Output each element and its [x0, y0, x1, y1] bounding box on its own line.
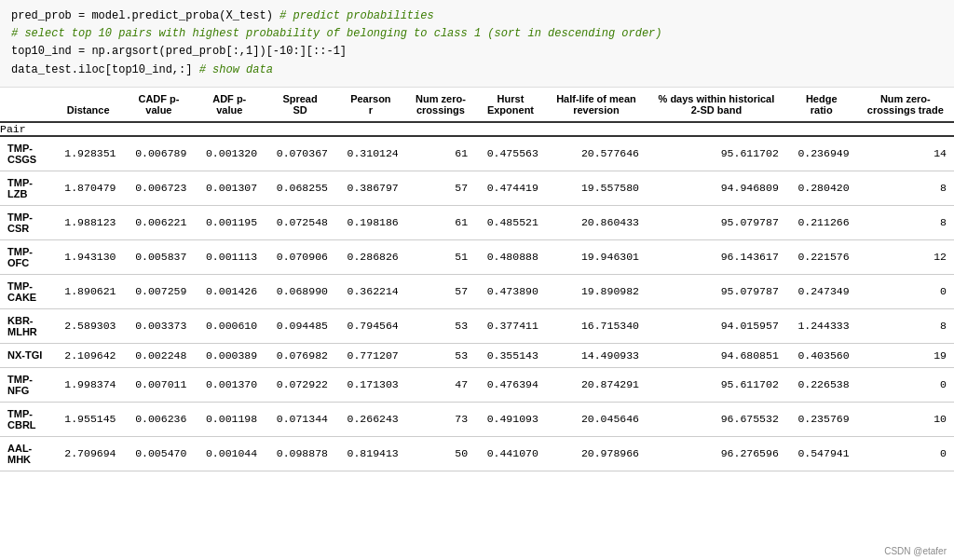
cell-pair: TMP-CSGS — [0, 136, 53, 171]
cell-distance: 1.870479 — [53, 171, 124, 205]
cell-hedge_ratio: 0.226538 — [786, 367, 857, 402]
cell-distance: 2.589303 — [53, 308, 124, 343]
col-adf: ADF p-value — [194, 88, 265, 122]
cell-cadf_pvalue: 0.007011 — [124, 367, 195, 402]
cell-halflife_mean_reversion: 19.946301 — [546, 239, 647, 274]
cell-spread_sd: 0.098878 — [265, 436, 335, 471]
cell-spread_sd: 0.076982 — [265, 343, 335, 367]
cell-pct_days_historical: 96.276596 — [647, 436, 786, 471]
cell-hurst_exponent: 0.475563 — [475, 136, 546, 171]
cell-num_zero_crossings: 51 — [406, 239, 475, 274]
cell-pair: TMP-CAKE — [0, 274, 53, 308]
cell-adf_pvalue: 0.001198 — [194, 402, 265, 436]
cell-halflife_mean_reversion: 14.490933 — [546, 343, 647, 367]
cell-num_zero_crossings_trade: 8 — [857, 171, 954, 205]
table-row: TMP-CAKE1.8906210.0072590.0014260.068990… — [0, 274, 954, 308]
cell-pearson_r: 0.794564 — [335, 308, 406, 343]
cell-hurst_exponent: 0.473890 — [475, 274, 546, 308]
pair-sublabel: Pair — [0, 122, 53, 136]
cell-spread_sd: 0.068990 — [265, 274, 335, 308]
cell-hurst_exponent: 0.485521 — [475, 205, 546, 239]
cell-cadf_pvalue: 0.005470 — [124, 436, 195, 471]
table-row: KBR-MLHR2.5893030.0033730.0006100.094485… — [0, 308, 954, 343]
cell-spread_sd: 0.072922 — [265, 367, 335, 402]
cell-distance: 1.943130 — [53, 239, 124, 274]
cell-hurst_exponent: 0.491093 — [475, 402, 546, 436]
cell-num_zero_crossings: 50 — [406, 436, 475, 471]
col-halflife: Half-life of meanreversion — [546, 88, 647, 122]
table-row: AAL-MHK2.7096940.0054700.0010440.0988780… — [0, 436, 954, 471]
cell-adf_pvalue: 0.000610 — [194, 308, 265, 343]
cell-adf_pvalue: 0.001195 — [194, 205, 265, 239]
table-row: TMP-NFG1.9983740.0070110.0013700.0729220… — [0, 367, 954, 402]
cell-num_zero_crossings: 73 — [406, 402, 475, 436]
table-row: TMP-CSGS1.9283510.0067890.0013200.070367… — [0, 136, 954, 171]
col-zero-cross: Num zero-crossings — [406, 88, 475, 122]
header-row: Distance CADF p-value ADF p-value Spread… — [0, 88, 954, 122]
cell-adf_pvalue: 0.000389 — [194, 343, 265, 367]
cell-hurst_exponent: 0.441070 — [475, 436, 546, 471]
cell-num_zero_crossings_trade: 12 — [857, 239, 954, 274]
table-body: TMP-CSGS1.9283510.0067890.0013200.070367… — [0, 136, 954, 471]
cell-num_zero_crossings_trade: 8 — [857, 205, 954, 239]
cell-pct_days_historical: 94.015957 — [647, 308, 786, 343]
cell-num_zero_crossings_trade: 8 — [857, 308, 954, 343]
cell-hurst_exponent: 0.480888 — [475, 239, 546, 274]
cell-num_zero_crossings: 53 — [406, 343, 475, 367]
col-spread: SpreadSD — [265, 88, 335, 122]
cell-halflife_mean_reversion: 20.874291 — [546, 367, 647, 402]
col-distance: Distance — [53, 88, 124, 122]
cell-pearson_r: 0.310124 — [335, 136, 406, 171]
table-row: TMP-LZB1.8704790.0067230.0013070.0682550… — [0, 171, 954, 205]
cell-adf_pvalue: 0.001320 — [194, 136, 265, 171]
cell-hedge_ratio: 1.244333 — [786, 308, 857, 343]
cell-halflife_mean_reversion: 19.557580 — [546, 171, 647, 205]
cell-hurst_exponent: 0.474419 — [475, 171, 546, 205]
cell-pearson_r: 0.362214 — [335, 274, 406, 308]
cell-adf_pvalue: 0.001370 — [194, 367, 265, 402]
data-table: Distance CADF p-value ADF p-value Spread… — [0, 88, 954, 471]
cell-cadf_pvalue: 0.005837 — [124, 239, 195, 274]
cell-num_zero_crossings: 61 — [406, 205, 475, 239]
cell-pearson_r: 0.286826 — [335, 239, 406, 274]
cell-halflife_mean_reversion: 20.045646 — [546, 402, 647, 436]
col-pct-days: % days within historical2-SD band — [647, 88, 786, 122]
cell-distance: 2.109642 — [53, 343, 124, 367]
col-pair — [0, 88, 53, 122]
cell-halflife_mean_reversion: 20.860433 — [546, 205, 647, 239]
col-cadf: CADF p-value — [124, 88, 195, 122]
col-hurst: HurstExponent — [475, 88, 546, 122]
cell-pct_days_historical: 95.079787 — [647, 274, 786, 308]
table-row: TMP-CSR1.9881230.0062210.0011950.0725480… — [0, 205, 954, 239]
cell-hedge_ratio: 0.247349 — [786, 274, 857, 308]
cell-adf_pvalue: 0.001426 — [194, 274, 265, 308]
col-pearson: Pearsonr — [335, 88, 406, 122]
cell-pearson_r: 0.819413 — [335, 436, 406, 471]
cell-cadf_pvalue: 0.006236 — [124, 402, 195, 436]
table-row: TMP-CBRL1.9551450.0062360.0011980.071344… — [0, 402, 954, 436]
cell-num_zero_crossings: 57 — [406, 171, 475, 205]
cell-spread_sd: 0.094485 — [265, 308, 335, 343]
cell-pearson_r: 0.386797 — [335, 171, 406, 205]
cell-pearson_r: 0.198186 — [335, 205, 406, 239]
cell-num_zero_crossings_trade: 0 — [857, 436, 954, 471]
cell-hedge_ratio: 0.236949 — [786, 136, 857, 171]
cell-num_zero_crossings: 53 — [406, 308, 475, 343]
empty-sublabel — [53, 122, 954, 136]
table-row: TMP-OFC1.9431300.0058370.0011130.0709060… — [0, 239, 954, 274]
cell-hedge_ratio: 0.211266 — [786, 205, 857, 239]
cell-pair: KBR-MLHR — [0, 308, 53, 343]
cell-cadf_pvalue: 0.006789 — [124, 136, 195, 171]
cell-spread_sd: 0.072548 — [265, 205, 335, 239]
cell-pearson_r: 0.771207 — [335, 343, 406, 367]
cell-distance: 1.955145 — [53, 402, 124, 436]
table-container: Distance CADF p-value ADF p-value Spread… — [0, 88, 954, 471]
cell-num_zero_crossings_trade: 0 — [857, 274, 954, 308]
cell-hedge_ratio: 0.221576 — [786, 239, 857, 274]
cell-pair: NX-TGI — [0, 343, 53, 367]
cell-halflife_mean_reversion: 20.978966 — [546, 436, 647, 471]
cell-cadf_pvalue: 0.003373 — [124, 308, 195, 343]
cell-pct_days_historical: 96.675532 — [647, 402, 786, 436]
cell-cadf_pvalue: 0.002248 — [124, 343, 195, 367]
cell-num_zero_crossings_trade: 19 — [857, 343, 954, 367]
